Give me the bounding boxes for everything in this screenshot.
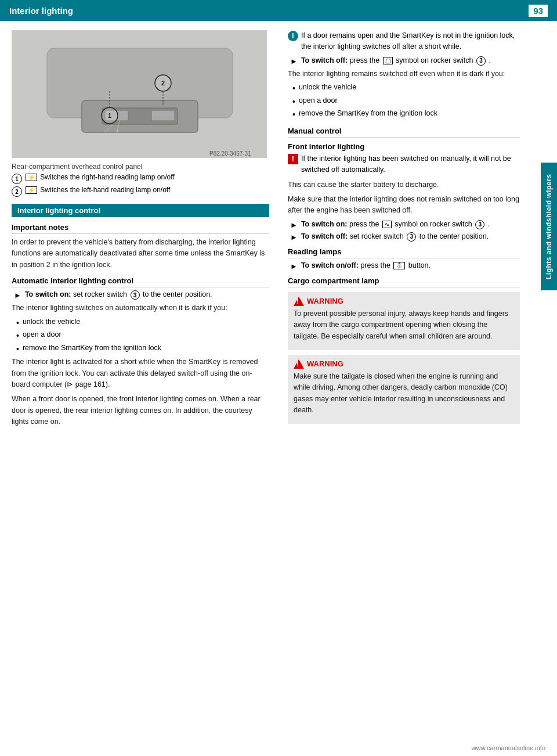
warning-text-1: To prevent possible personal injury, alw… (294, 308, 514, 342)
bullet-dot-5: • (292, 96, 295, 108)
panel-svg: 1 2 P82.20-3457-31 (12, 31, 267, 158)
main-content: 1 2 P82.20-3457-31 Rear-compartment over… (0, 21, 557, 431)
make-sure-text: Make sure that the interior lighting doe… (288, 194, 520, 217)
caption-text-2: ⚡ Switches the left-hand reading lamp on… (24, 186, 170, 194)
switch-on-text: To switch on: set rocker switch 3 to the… (25, 290, 212, 300)
warning-icon: ! (288, 154, 298, 164)
auto-lighting-para2: The interior light is activated for a sh… (12, 357, 269, 390)
switch-off-text: To switch off: press the ▢ symbol on roc… (301, 56, 491, 66)
svg-text:P82.20-3457-31: P82.20-3457-31 (209, 150, 251, 157)
info-text: If a door remains open and the SmartKey … (301, 30, 520, 53)
overhead-panel-image: 1 2 P82.20-3457-31 (12, 30, 267, 158)
bullet-unlock-2: • unlock the vehicle (288, 83, 520, 95)
arrow-icon-2: ► (290, 57, 298, 66)
arrow-icon-3: ► (290, 221, 298, 229)
reading-switch: ► To switch on/off: press the ⛄ button. (288, 261, 520, 271)
switch-on-instruction: ► To switch on: set rocker switch 3 to t… (12, 290, 269, 300)
manual-switch-off-text: To switch off: set rocker switch 3 to th… (301, 232, 489, 242)
caption-item-2: 2 ⚡ Switches the left-hand reading lamp … (12, 186, 269, 197)
header-title: Interior lighting (9, 6, 73, 16)
auto-interior-title: Automatic interior lighting control (12, 276, 269, 287)
lamp-icon-2: ⚡ (26, 186, 37, 194)
switch-off-instruction: ► To switch off: press the ▢ symbol on r… (288, 56, 520, 66)
lamp-icon-1: ⚡ (26, 174, 37, 181)
caption-num-1: 1 (12, 174, 22, 184)
caption-item-1: 1 ⚡ Switches the right-hand reading lamp… (12, 173, 269, 184)
bullet-dot-4: • (292, 83, 295, 95)
switch-on-sym: ∿ (382, 221, 392, 228)
bullet-dot-6: • (292, 109, 295, 121)
caption-text-1: ⚡ Switches the right-hand reading lamp o… (24, 173, 175, 181)
info-block-door-open: i If a door remains open and the SmartKe… (288, 30, 520, 53)
image-caption: Rear-compartment overhead control panel (12, 163, 269, 171)
warning-box-2: WARNING Make sure the tailgate is closed… (288, 355, 520, 424)
reading-lamp-icon: ⛄ (393, 262, 405, 269)
rocker-switch-3c: 3 (475, 220, 484, 229)
bullet-door-2: • open a door (288, 96, 520, 108)
rocker-switch-3d: 3 (407, 232, 416, 242)
bullet-open-door: • open a door (12, 330, 269, 342)
auto-lighting-para3: When a front door is opened, the front i… (12, 394, 269, 427)
manual-switch-on-text: To switch on: press the ∿ symbol on rock… (301, 220, 490, 229)
caption-num-2: 2 (12, 186, 22, 197)
svg-text:2: 2 (161, 80, 165, 87)
bullet-dot-2: • (16, 330, 19, 342)
bullet-unlock: • unlock the vehicle (12, 318, 269, 329)
important-notes-body: In order to prevent the vehicle's batter… (12, 237, 269, 271)
svg-text:1: 1 (108, 112, 111, 119)
discharge-text: This can cause the starter battery to di… (288, 179, 520, 190)
warning-box-1: WARNING To prevent possible personal inj… (288, 292, 520, 350)
footer-url: www.carmanualsoline.info (472, 744, 545, 751)
warning-header-1: WARNING (294, 297, 514, 306)
reading-switch-text: To switch on/off: press the ⛄ button. (301, 261, 431, 269)
arrow-icon-5: ► (290, 262, 298, 271)
right-column: i If a door remains open and the SmartKe… (278, 30, 541, 431)
manual-warning-block: ! If the interior lighting has been swit… (288, 153, 520, 176)
side-tab-label: Lights and windshield wipers (541, 163, 557, 290)
bullet-dot-1: • (16, 318, 19, 329)
auto-lighting-para1: The interior lighting switches on automa… (12, 303, 269, 314)
page-number: 93 (529, 5, 548, 17)
info-icon: i (288, 31, 298, 41)
panel-visual: 1 2 P82.20-3457-31 (12, 31, 266, 157)
section-lighting-control-header: Interior lighting control (12, 204, 269, 217)
manual-control-title: Manual control (288, 127, 520, 138)
left-column: 1 2 P82.20-3457-31 Rear-compartment over… (0, 30, 278, 431)
arrow-icon: ► (14, 291, 21, 300)
cargo-lamp-title: Cargo compartment lamp (288, 276, 520, 287)
manual-switch-on: ► To switch on: press the ∿ symbol on ro… (288, 220, 520, 229)
svg-rect-5 (151, 110, 175, 121)
rocker-switch-3: 3 (131, 290, 140, 300)
manual-switch-off: ► To switch off: set rocker switch 3 to … (288, 232, 520, 242)
arrow-icon-4: ► (290, 233, 298, 242)
bullet-key-2: • remove the SmartKey from the ignition … (288, 109, 520, 121)
reading-lamps-title: Reading lamps (288, 247, 520, 258)
warning-triangle-icon-2 (294, 359, 304, 369)
warning-header-2: WARNING (294, 359, 514, 369)
switch-symbol: ▢ (383, 57, 393, 64)
warning-text-2: Make sure the tailgate is closed when th… (294, 371, 514, 416)
important-notes-title: Important notes (12, 223, 269, 234)
bullet-remove-key: • remove the SmartKey from the ignition … (12, 344, 269, 355)
front-interior-title: Front interior lighting (288, 142, 520, 151)
warning-triangle-icon-1 (294, 297, 304, 306)
header-bar: Interior lighting 93 (0, 0, 557, 21)
remains-off-text: The interior lighting remains switched o… (288, 69, 520, 80)
manual-warning-text: If the interior lighting has been switch… (301, 153, 520, 176)
rocker-switch-3b: 3 (476, 56, 486, 66)
bullet-dot-3: • (16, 344, 19, 355)
